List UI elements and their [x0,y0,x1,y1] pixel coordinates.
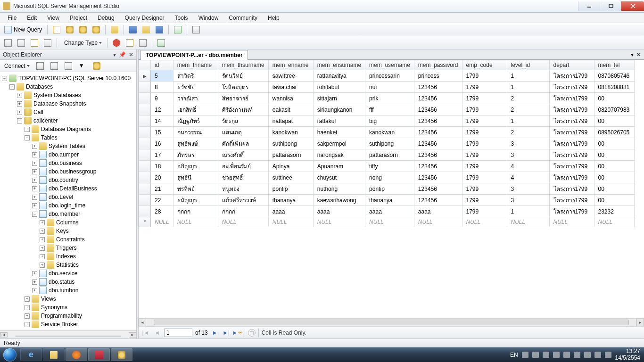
tool-btn-4[interactable] [90,25,102,35]
execute-button[interactable] [110,38,123,48]
cell[interactable]: suthipong [365,138,414,149]
cell[interactable]: pattarasorn [268,149,313,161]
taskbar-firefox[interactable] [66,348,87,361]
cell[interactable]: โครงการ1799 [549,115,594,127]
tree-node[interactable]: −Tables [2,133,135,142]
tray-icon-5[interactable] [563,352,570,358]
maximize-button[interactable] [600,1,621,11]
language-indicator[interactable]: EN [510,352,518,358]
cell[interactable]: ณัฏฐภัทร์ [173,115,218,127]
menu-view[interactable]: View [42,14,64,22]
expand-icon[interactable]: + [32,169,37,174]
new-query-button[interactable]: New Query [2,25,44,35]
cell[interactable]: 5 [151,70,173,82]
row-header[interactable] [139,183,151,195]
tree-node[interactable]: +Indexes [2,252,135,261]
column-header[interactable]: depart [549,60,594,70]
tree-node[interactable]: +Database Diagrams [2,125,135,133]
cell[interactable]: 4 [507,172,549,183]
cell[interactable]: กกกก [218,206,268,217]
cell[interactable]: 21 [151,183,173,195]
cell[interactable]: rattanavitya [313,70,365,82]
row-header[interactable] [139,161,151,172]
column-header[interactable]: mem_enname [268,60,313,70]
cell[interactable]: 00 [594,93,634,104]
expand-icon[interactable]: + [40,246,45,251]
cell[interactable]: kanokwan [365,127,414,138]
cell[interactable]: 15 [151,127,173,138]
cell[interactable]: เอกสิทธิ์ [173,104,218,115]
cell[interactable]: 1799 [462,70,507,82]
tool-btn-1[interactable] [50,25,63,35]
menu-community[interactable]: Community [224,14,262,22]
cell[interactable]: princess [414,70,462,82]
cell[interactable]: NULL [218,217,268,227]
cell[interactable]: Apuanram [313,161,365,172]
cell[interactable]: 123456 [414,127,462,138]
cell[interactable]: 123456 [414,115,462,127]
cell[interactable]: โครงการ1799 [549,104,594,115]
cell[interactable]: 123456 [414,104,462,115]
taskbar-app1[interactable] [88,348,110,361]
expand-icon[interactable]: + [40,229,45,234]
cell[interactable]: 00 [594,172,634,183]
cell[interactable]: 3 [507,138,549,149]
cell[interactable]: 00 [594,195,634,206]
expand-icon[interactable]: + [17,110,22,115]
cell[interactable]: kanokwan [268,127,313,138]
expand-icon[interactable]: + [25,127,30,132]
cell[interactable]: ช่วยสุทธิ์ [218,172,268,183]
expand-icon[interactable]: + [32,152,37,157]
tree-node[interactable]: +Statistics [2,261,135,269]
cell[interactable]: ศิริอังกานนท์ [218,104,268,115]
table-row[interactable]: 14ณัฏฐภัทร์รัตะกุลnattapatrattakulbig123… [139,115,635,127]
action-center-icon[interactable] [605,352,611,358]
cell[interactable]: 123456 [414,82,462,93]
cell[interactable]: narongsak [313,149,365,161]
cell[interactable]: 00 [594,149,634,161]
cell[interactable]: โครงการ1799 [549,138,594,149]
cell[interactable]: 123456 [414,161,462,172]
cell[interactable]: 20 [151,172,173,183]
cell[interactable]: 1799 [462,104,507,115]
cell[interactable]: pattarasorn [365,149,414,161]
cell[interactable]: 1 [507,115,549,127]
row-header[interactable] [139,127,151,138]
cell[interactable]: 123456 [414,172,462,183]
tray-icon-2[interactable] [532,352,539,358]
cell[interactable]: ณรงศักดิ์ [218,149,268,161]
cell[interactable]: 00 [594,161,634,172]
change-type-button[interactable]: Change Type [60,38,104,48]
tree-node[interactable]: +dbo.aumper [2,150,135,159]
cell[interactable]: สิทธาจารย์ [218,93,268,104]
cell[interactable]: 22 [151,195,173,206]
table-row[interactable]: 17ภัทรษรณรงศักดิ์pattarasornnarongsakpat… [139,149,635,161]
column-header[interactable]: mem_password [414,60,462,70]
cell[interactable]: suttinee [268,172,313,183]
tree-node[interactable]: +dbo.service [2,269,135,278]
refresh-button[interactable] [91,61,103,71]
save-all-button[interactable] [140,25,152,35]
row-header[interactable] [139,138,151,149]
collapse-icon[interactable]: − [17,118,22,123]
cell[interactable]: 0895026705 [594,127,634,138]
cell[interactable]: 1 [507,206,549,217]
cell[interactable]: สุทธินี [173,172,218,183]
cell[interactable]: thananya [268,195,313,206]
cell[interactable]: tawatchai [268,82,313,93]
activity-monitor-button[interactable] [190,25,202,35]
menu-edit[interactable]: Edit [22,14,41,22]
table-row[interactable]: 20สุทธินีช่วยสุทธิ์suttineechuysutnong12… [139,172,635,183]
cell[interactable]: 2 [507,104,549,115]
tree-node[interactable]: +System Databases [2,91,135,99]
cell[interactable]: 14 [151,115,173,127]
expand-icon[interactable]: + [32,288,37,293]
show-sql-button[interactable] [28,38,41,48]
cell[interactable]: 18 [151,161,173,172]
collapse-icon[interactable]: − [2,76,7,81]
tree-node[interactable]: +dbo.country [2,176,135,184]
tree-node[interactable]: −TOPVIEWPOINT-PC (SQL Server 10.0.1600 [2,74,135,82]
tree-node[interactable]: +Constraints [2,235,135,244]
cell[interactable]: วรรณิสา [173,93,218,104]
cell[interactable]: รัตะกุล [218,115,268,127]
